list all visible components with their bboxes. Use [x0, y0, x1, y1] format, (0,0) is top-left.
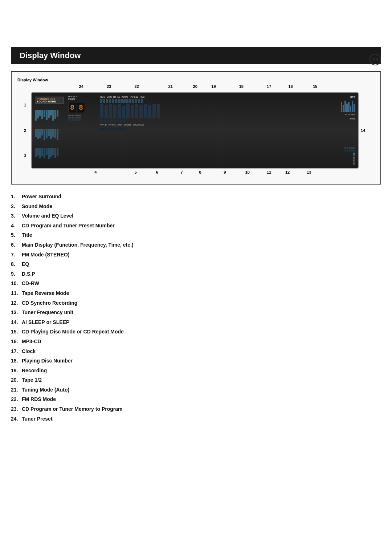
top-num-19: 19 — [211, 84, 216, 89]
bottom-num-12: 12 — [285, 170, 290, 174]
bottom-num-6: 6 — [156, 170, 158, 174]
mhz-label: MHz — [350, 117, 355, 120]
eon-label: EON — [107, 96, 112, 98]
tape12-label: TAPE12 — [130, 96, 138, 98]
cd-sync-label: CD-SYNC — [133, 124, 144, 126]
items-list: 1.Power Surround 2.Sound Mode 3.Volume a… — [11, 192, 381, 424]
list-item: 14.AI SLEEP or SLEEP — [11, 317, 381, 327]
list-item: 6.Main Display (Function, Frequency, Tim… — [11, 240, 381, 250]
list-item: 22.FM RDS Mode — [11, 394, 381, 404]
bottom-num-9: 9 — [224, 170, 226, 174]
sound-mode-label: SOUND MODE — [37, 100, 62, 103]
list-item: 5.Title — [11, 230, 381, 240]
list-item: 11.Tape Reverse Mode — [11, 288, 381, 298]
list-item: 15.CD Playing Disc Mode or CD Repeat Mod… — [11, 327, 381, 337]
bottom-num-11: 11 — [267, 170, 271, 174]
top-num-23: 23 — [107, 84, 111, 89]
gb-badge: GB — [369, 54, 381, 65]
top-num-22: 22 — [134, 84, 139, 89]
list-item: 2.Sound Mode — [11, 202, 381, 211]
rt-ta-label: RT TA — [113, 96, 120, 98]
p-surround-label: P·SURROUND — [37, 98, 62, 100]
list-item: 23.CD Program or Tuner Memory to Program — [11, 404, 381, 414]
list-item: 10.CD-RW — [11, 279, 381, 288]
list-item: 18.Playing Disc Number — [11, 356, 381, 366]
top-num-17: 17 — [267, 84, 271, 89]
vol-eq-section — [35, 105, 64, 164]
bottom-num-7: 7 — [181, 170, 183, 174]
top-num-15: 15 — [313, 84, 317, 89]
diagram-label: Display Window — [17, 78, 375, 82]
bottom-num-13: 13 — [307, 170, 311, 174]
ai-sleep-label: AI SLEEP — [345, 113, 355, 116]
panel-center-left-section: PRESET PRGM 8 8 — [68, 94, 97, 166]
bottom-num-4: 4 — [94, 170, 97, 174]
page-title: Display Window — [11, 47, 381, 64]
top-num-21: 21 — [168, 84, 173, 89]
list-item: 24.Tuner Preset — [11, 414, 381, 424]
repeat-all-label: REPEAT ALL — [353, 153, 355, 165]
list-item: 17.Clock — [11, 347, 381, 356]
list-item: 20.Tape 1/2 — [11, 375, 381, 385]
top-num-20: 20 — [193, 84, 197, 89]
list-item: 13.Tuner Frequency unit — [11, 308, 381, 317]
list-item: 9.D.S.P — [11, 269, 381, 279]
rds-label: RDS — [100, 96, 105, 98]
st-eq-label: ST EQ — [109, 124, 116, 126]
bottom-num-5: 5 — [134, 170, 136, 174]
mp3-label: MP3 — [350, 96, 355, 98]
list-item: 1.Power Surround — [11, 192, 381, 202]
dsp-label: DSP — [118, 124, 122, 126]
panel-left-section: P·SURROUND SOUND MODE — [33, 94, 65, 166]
top-num-24: 24 — [79, 84, 83, 89]
list-item: 7.FM Mode (STEREO) — [11, 250, 381, 260]
bottom-num-10: 10 — [245, 170, 250, 174]
list-item: 12.CD Synchro Recording — [11, 298, 381, 308]
top-num-18: 18 — [239, 84, 244, 89]
list-item: 19.Recording — [11, 366, 381, 376]
title-label: TITLE — [100, 124, 107, 126]
left-num-2: 2 — [24, 128, 29, 133]
left-num-3: 3 — [24, 154, 29, 158]
bottom-num-8: 8 — [199, 170, 201, 174]
panel-right-section: MP3 AI SLEEP — [331, 94, 356, 166]
list-item: 16.MP3-CD — [11, 337, 381, 347]
rec-label: REC — [140, 96, 145, 98]
diagram-container: Display Window 24 23 22 21 20 19 18 17 1… — [11, 71, 381, 185]
list-item: 3.Volume and EQ Level — [11, 211, 381, 221]
list-item: 8.EQ — [11, 259, 381, 269]
list-item: 4.CD Program and Tuner Preset Number — [11, 221, 381, 231]
right-num-14: 14 — [361, 128, 365, 133]
panel-main-section: RDS EON RT TA AUTO TAPE12 REC — [99, 94, 331, 166]
cdrw-label: CDRW — [124, 124, 131, 126]
top-num-16: 16 — [288, 84, 293, 89]
left-num-1: 1 — [24, 103, 29, 107]
list-item: 21.Tuning Mode (Auto) — [11, 385, 381, 395]
auto-label: AUTO — [121, 96, 128, 98]
